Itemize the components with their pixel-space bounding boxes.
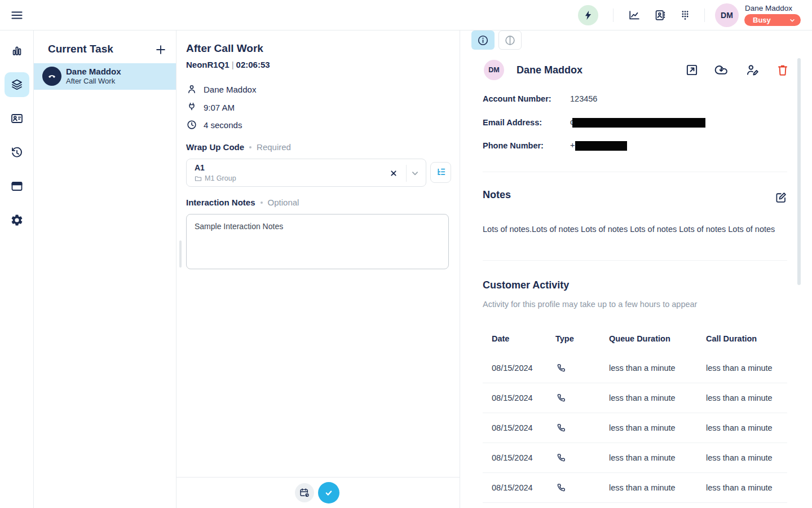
activity-table-row[interactable]: 08/15/2024 less than a minute less than … [483, 383, 787, 413]
col-queue-duration: Queue Duration [609, 334, 706, 343]
nav-apps[interactable] [10, 179, 24, 193]
interaction-id: NeonR1Q1 [186, 60, 230, 69]
interaction-notes-input[interactable] [186, 214, 449, 269]
plug-icon [186, 102, 197, 113]
connect-time-row: 9:07 AM [186, 101, 235, 113]
hamburger-menu-icon[interactable] [10, 8, 24, 22]
wrapup-tree-view-button[interactable] [430, 162, 451, 183]
customer-activity-subtitle: Activity for this profile may take up to… [483, 300, 697, 309]
edit-notes-button[interactable] [774, 190, 788, 205]
acw-duration: 4 seconds [204, 120, 242, 130]
folder-icon [195, 175, 202, 182]
contact-card-icon [10, 112, 24, 125]
acw-contact-name: Dane Maddox [204, 85, 256, 94]
lightning-icon [582, 10, 594, 21]
phone-down-icon [42, 67, 61, 86]
dialpad-icon[interactable] [679, 9, 691, 21]
section-divider [483, 260, 787, 261]
nav-interactions[interactable] [10, 78, 24, 91]
select-divider [406, 165, 407, 182]
topbar-divider [613, 8, 614, 22]
top-bar: DM Dane Maddox Busy [0, 0, 812, 30]
info-icon [476, 34, 489, 47]
after-call-work-panel: After Call Work NeonR1Q1|02:06:53 Dane M… [176, 30, 460, 508]
wrapup-code-value: A1 [195, 163, 205, 172]
phone-icon [555, 362, 609, 374]
panel-resize-handle-left[interactable] [179, 240, 182, 268]
wrapup-dropdown-toggle[interactable] [409, 167, 421, 179]
task-status: After Call Work [66, 77, 115, 85]
nav-settings[interactable] [10, 213, 24, 227]
task-list-panel: Current Task Dane Maddox After Call Work [34, 30, 176, 508]
bullet-separator [249, 146, 251, 148]
open-external-button[interactable] [685, 63, 699, 77]
section-divider [483, 172, 787, 172]
activity-table-row[interactable]: 08/15/2024 less than a minute less than … [483, 473, 787, 503]
phone-icon [555, 482, 609, 493]
cell-type [555, 452, 609, 463]
bar-chart-icon [10, 44, 24, 58]
cell-call-duration: less than a minute [706, 483, 787, 492]
user-initials: DM [721, 11, 733, 20]
col-type: Type [555, 334, 609, 343]
email-address-label: Email Address: [483, 118, 570, 127]
acw-title: After Call Work [186, 42, 263, 55]
address-book-icon[interactable] [654, 9, 666, 21]
line-chart-icon[interactable] [628, 9, 641, 21]
cell-type [555, 362, 609, 374]
plus-icon [155, 43, 167, 56]
delete-contact-button[interactable] [775, 63, 790, 77]
bullet-separator [261, 202, 263, 204]
cloud-download-icon [714, 63, 729, 77]
task-contact-name: Dane Maddox [66, 67, 121, 76]
wrapup-code-select[interactable]: A1 M1 Group [186, 159, 426, 187]
nav-history[interactable] [10, 146, 24, 159]
edit-contact-button[interactable] [745, 63, 760, 77]
redaction-bar [572, 118, 705, 128]
cell-queue-duration: less than a minute [609, 483, 706, 492]
calendar-clock-icon [299, 487, 311, 499]
app-window: DM Dane Maddox Busy [0, 0, 812, 508]
activity-table-body: 08/15/2024 less than a minute less than … [483, 353, 787, 503]
close-icon [387, 167, 400, 179]
phone-number-value: + [570, 141, 627, 151]
activity-table-row[interactable]: 08/15/2024 less than a minute less than … [483, 413, 787, 443]
cell-call-duration: less than a minute [706, 453, 787, 462]
activity-table-header: Date Type Queue Duration Call Duration [483, 329, 787, 349]
complete-acw-button[interactable] [318, 482, 339, 503]
user-name: Dane Maddox [745, 4, 792, 12]
tab-journey[interactable] [498, 30, 522, 50]
wrapup-label: Wrap Up Code [186, 142, 244, 152]
cell-queue-duration: less than a minute [609, 423, 706, 432]
email-address-value: c [570, 117, 705, 128]
activity-table-row[interactable]: 08/15/2024 less than a minute less than … [483, 353, 787, 383]
tab-profile-info[interactable] [471, 30, 495, 50]
account-number-value: 123456 [570, 94, 597, 103]
phone-icon [555, 422, 609, 433]
task-list-item[interactable]: Dane Maddox After Call Work [34, 63, 176, 90]
activity-table-row[interactable]: 08/15/2024 less than a minute less than … [483, 443, 787, 473]
activity-table: Date Type Queue Duration Call Duration 0… [483, 329, 787, 503]
status-dropdown[interactable]: Busy [744, 14, 801, 26]
interaction-notes-label: Interaction Notes [186, 198, 255, 207]
cell-queue-duration: less than a minute [609, 453, 706, 462]
add-task-button[interactable] [155, 43, 167, 56]
account-number-row: Account Number: 123456 [483, 94, 597, 103]
user-avatar[interactable]: DM [715, 3, 739, 27]
cell-queue-duration: less than a minute [609, 364, 706, 373]
schedule-callback-button[interactable] [295, 483, 314, 502]
phone-icon [555, 392, 609, 404]
nav-performance[interactable] [10, 44, 24, 58]
duration-row: 4 seconds [186, 119, 242, 131]
required-label: Required [257, 142, 291, 152]
quick-actions-button[interactable] [578, 5, 598, 25]
clear-wrapup-button[interactable] [387, 167, 400, 179]
download-profile-button[interactable] [714, 63, 729, 77]
profile-initials: DM [488, 66, 499, 74]
person-edit-icon [745, 63, 760, 77]
cell-call-duration: less than a minute [706, 423, 787, 432]
nav-contacts[interactable] [10, 112, 24, 125]
cell-date: 08/15/2024 [492, 423, 555, 432]
right-panel-scrollbar[interactable] [797, 58, 801, 285]
history-icon [10, 146, 24, 159]
